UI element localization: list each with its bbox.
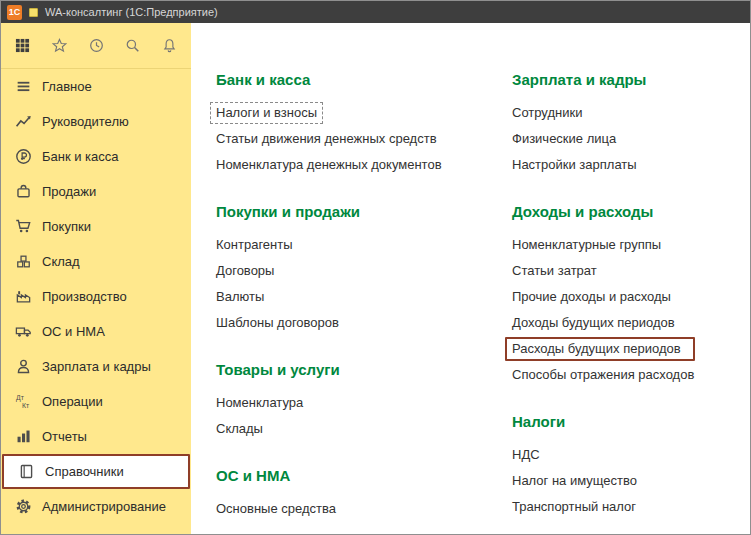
- link-row: Номенклатурные группы: [512, 231, 750, 257]
- search-icon[interactable]: [125, 38, 140, 53]
- bar-chart-icon: [14, 428, 32, 445]
- sidebar-item-label: Отчеты: [42, 429, 87, 444]
- link-row: Контрагенты: [216, 231, 512, 257]
- nav-link[interactable]: Номенклатура: [216, 394, 303, 412]
- sidebar-item-otchety[interactable]: Отчеты: [1, 419, 191, 454]
- link-row: Статьи движения денежных средств: [216, 125, 512, 151]
- 1c-logo-icon: 1С: [7, 5, 22, 20]
- main-content: Банк и кассаНалоги и взносыСтатьи движен…: [191, 23, 750, 534]
- notifications-bell-icon[interactable]: [162, 38, 177, 53]
- sidebar-item-label: Покупки: [42, 219, 91, 234]
- nav-link[interactable]: Статьи затрат: [512, 262, 597, 280]
- history-clock-icon[interactable]: [89, 38, 104, 53]
- app-body: ГлавноеРуководителюБанк и кассаПродажиПо…: [1, 23, 750, 534]
- link-row: Способы отражения расходов: [512, 361, 750, 387]
- content-section: Товары и услугиНоменклатураСклады: [216, 335, 512, 441]
- ruble-circle-icon: [14, 148, 32, 165]
- sidebar-item-label: Зарплата и кадры: [42, 359, 151, 374]
- person-icon: [14, 358, 32, 375]
- shopping-cart-icon: [14, 218, 32, 235]
- nav-link[interactable]: Способы отражения расходов: [512, 366, 694, 384]
- nav-link[interactable]: Номенклатура денежных документов: [216, 156, 442, 174]
- link-row: Транспортный налог: [512, 493, 750, 519]
- sidebar-item-administrirovanie[interactable]: Администрирование: [1, 489, 191, 524]
- link-row: Номенклатура денежных документов: [216, 151, 512, 177]
- link-row: Расходы будущих периодов: [512, 335, 750, 361]
- section-title: Банк и касса: [216, 71, 512, 89]
- nav-link[interactable]: Прочие доходы и расходы: [512, 288, 671, 306]
- nav-link[interactable]: Договоры: [216, 262, 274, 280]
- link-row: Валюты: [216, 283, 512, 309]
- nav-link[interactable]: Номенклатурные группы: [512, 236, 661, 254]
- sidebar-item-pokupki[interactable]: Покупки: [1, 209, 191, 244]
- nav-link[interactable]: Склады: [216, 420, 263, 438]
- section-title: ОС и НМА: [216, 467, 512, 485]
- link-row: Номенклатура: [216, 389, 512, 415]
- nav-link[interactable]: Валюты: [216, 288, 264, 306]
- nav-link[interactable]: Основные средства: [216, 500, 336, 518]
- sidebar-item-label: Банк и касса: [42, 149, 119, 164]
- sidebar-item-label: Главное: [42, 79, 92, 94]
- content-section: Зарплата и кадрыСотрудникиФизические лиц…: [512, 71, 750, 177]
- sidebar-item-label: Справочники: [45, 464, 124, 479]
- star-favorites-icon[interactable]: [52, 38, 67, 53]
- app-window: 1С WA-консалтинг (1С:Предприятие) Главно…: [0, 0, 751, 535]
- link-row: Физические лица: [512, 125, 750, 151]
- nav-link[interactable]: Налоги и взносы: [210, 102, 323, 124]
- nav-link[interactable]: Налог на имущество: [512, 472, 637, 490]
- sidebar-item-label: Продажи: [42, 184, 96, 199]
- function-toolbar: [1, 23, 191, 69]
- nav-link[interactable]: Доходы будущих периодов: [512, 314, 675, 332]
- sidebar-item-glavnoe[interactable]: Главное: [1, 69, 191, 104]
- content-section: Доходы и расходыНоменклатурные группыСта…: [512, 177, 750, 387]
- sidebar-item-spravochniki[interactable]: Справочники: [2, 454, 190, 489]
- nav-link[interactable]: НДС: [512, 446, 540, 464]
- sales-bag-icon: [14, 183, 32, 200]
- factory-icon: [14, 288, 32, 305]
- nav-link[interactable]: Транспортный налог: [512, 498, 636, 516]
- sidebar-item-proizvodstvo[interactable]: Производство: [1, 279, 191, 314]
- sidebar: ГлавноеРуководителюБанк и кассаПродажиПо…: [1, 23, 191, 534]
- sidebar-item-os-i-nma[interactable]: ОС и НМА: [1, 314, 191, 349]
- nav-link[interactable]: Статьи движения денежных средств: [216, 130, 437, 148]
- sidebar-item-label: Склад: [42, 254, 80, 269]
- section-title: Налоги: [512, 413, 750, 431]
- truck-icon: [14, 323, 32, 340]
- sidebar-item-label: ОС и НМА: [42, 324, 105, 339]
- link-row: Прочие доходы и расходы: [512, 283, 750, 309]
- sidebar-item-label: Операции: [42, 394, 103, 409]
- content-column-1: Банк и кассаНалоги и взносыСтатьи движен…: [216, 71, 512, 521]
- gear-icon: [14, 498, 32, 515]
- content-section: НалогиНДСНалог на имуществоТранспортный …: [512, 387, 750, 519]
- link-row: Шаблоны договоров: [216, 309, 512, 335]
- content-section: Банк и кассаНалоги и взносыСтатьи движен…: [216, 71, 512, 177]
- nav-link[interactable]: Физические лица: [512, 130, 616, 148]
- link-row: Настройки зарплаты: [512, 151, 750, 177]
- book-icon: [17, 463, 35, 480]
- menu-grid-icon[interactable]: [15, 38, 30, 53]
- nav-link[interactable]: Контрагенты: [216, 236, 293, 254]
- nav-link[interactable]: Сотрудники: [512, 104, 582, 122]
- sidebar-item-rukovoditelyu[interactable]: Руководителю: [1, 104, 191, 139]
- nav-link[interactable]: Расходы будущих периодов: [505, 337, 695, 361]
- nav-link[interactable]: Шаблоны договоров: [216, 314, 339, 332]
- sidebar-menu: ГлавноеРуководителюБанк и кассаПродажиПо…: [1, 69, 191, 534]
- trend-chart-icon: [14, 113, 32, 130]
- link-row: НДС: [512, 441, 750, 467]
- svg-text:Кт: Кт: [21, 402, 29, 409]
- window-title: WA-консалтинг (1С:Предприятие): [45, 6, 218, 18]
- sidebar-item-operatsii[interactable]: ДтКтОперации: [1, 384, 191, 419]
- sidebar-item-zarplata-i-kadry[interactable]: Зарплата и кадры: [1, 349, 191, 384]
- section-title: Доходы и расходы: [512, 203, 750, 221]
- section-title: Зарплата и кадры: [512, 71, 750, 89]
- sidebar-item-prodazhi[interactable]: Продажи: [1, 174, 191, 209]
- debit-credit-icon: ДтКт: [14, 393, 32, 410]
- section-title: Товары и услуги: [216, 361, 512, 379]
- link-row: Сотрудники: [512, 99, 750, 125]
- link-row: Основные средства: [216, 495, 512, 521]
- sidebar-item-sklad[interactable]: Склад: [1, 244, 191, 279]
- content-section: Покупки и продажиКонтрагентыДоговорыВалю…: [216, 177, 512, 335]
- section-title: Покупки и продажи: [216, 203, 512, 221]
- sidebar-item-bank-i-kassa[interactable]: Банк и касса: [1, 139, 191, 174]
- nav-link[interactable]: Настройки зарплаты: [512, 156, 637, 174]
